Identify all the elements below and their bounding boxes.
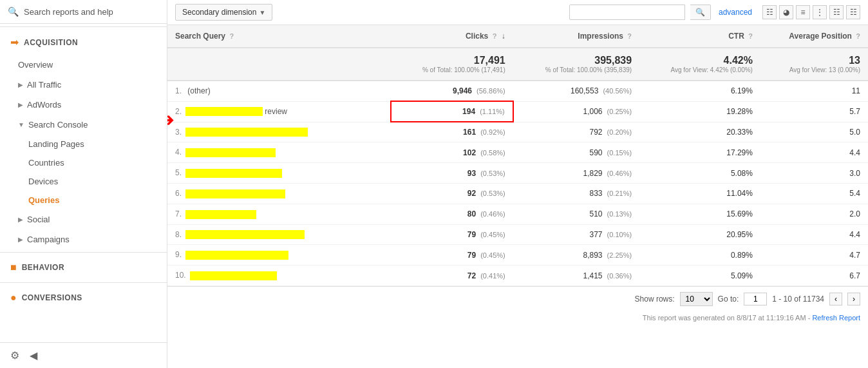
avg-position-cell: 4.4 — [760, 142, 868, 163]
search-input[interactable] — [569, 5, 685, 20]
search-icon: 🔍 — [8, 6, 19, 17]
next-page-button[interactable]: › — [847, 293, 860, 305]
impressions-cell: 590 (0.15%) — [513, 142, 639, 163]
sidebar-item-search-console[interactable]: ▼ Search Console — [0, 115, 167, 135]
query-cell: 5. — [167, 163, 391, 184]
impressions-value: 1,829 — [583, 169, 602, 178]
sidebar-section-acquisition[interactable]: ➡ ACQUISITION — [0, 30, 167, 55]
impressions-pct: (0.36%) — [605, 272, 632, 280]
impressions-value: 1,415 — [583, 271, 602, 280]
impressions-value: 8,893 — [583, 251, 602, 260]
search-submit-button[interactable]: 🔍 — [690, 5, 711, 20]
sidebar-section-conversions[interactable]: ● CONVERSIONS — [0, 286, 167, 310]
col-label-ctr: CTR — [728, 32, 744, 41]
query-cell: 6. — [167, 183, 391, 204]
clicks-cell: 92 (0.53%) — [391, 183, 513, 204]
sidebar-item-adwords[interactable]: ▶ AdWords — [0, 95, 167, 115]
col-header-clicks[interactable]: Clicks ? ↓ — [391, 25, 513, 48]
totals-avg-pos-sub: Avg for View: 13 (0.00%) — [768, 66, 860, 73]
totals-impressions: 395,839 % of Total: 100.00% (395,839) — [513, 48, 639, 81]
report-info: This report was generated on 8/8/17 at 1… — [167, 311, 868, 324]
sidebar-bottom: ⚙ ◀ — [0, 342, 167, 368]
ctr-cell: 17.29% — [639, 142, 760, 163]
clicks-value: 93 — [467, 169, 476, 178]
query-cell: 10. — [167, 266, 391, 286]
collapse-sidebar-icon[interactable]: ◀ — [30, 349, 37, 362]
goto-input[interactable] — [744, 293, 767, 305]
table-footer: Show rows: 10 25 50 100 Go to: 1 - 10 of… — [167, 286, 868, 311]
table-row: 7.80 (0.46%)510 (0.13%)15.69%2.0 — [167, 204, 868, 224]
avg-position-help-icon: ? — [856, 32, 860, 40]
countries-label: Countries — [28, 158, 64, 168]
sidebar-item-overview[interactable]: Overview — [0, 55, 167, 75]
avg-position-cell: 5.0 — [760, 122, 868, 142]
row-number: 6. — [175, 189, 182, 198]
col-header-impressions[interactable]: Impressions ? — [513, 25, 639, 48]
sidebar-section-behavior[interactable]: ■ BEHAVIOR — [0, 255, 167, 280]
impressions-value: 510 — [589, 209, 602, 218]
query-bar — [185, 169, 282, 178]
sidebar-item-social[interactable]: ▶ Social — [0, 209, 167, 229]
impressions-value: 377 — [589, 230, 602, 239]
page-range: 1 - 10 of 11734 — [772, 295, 824, 304]
prev-page-button[interactable]: ‹ — [829, 293, 842, 305]
search-query-help-icon: ? — [229, 32, 234, 40]
campaigns-label: Campaigns — [27, 235, 70, 244]
ctr-cell: 20.95% — [639, 224, 760, 245]
avg-position-value: 2.0 — [849, 209, 860, 218]
query-bar — [185, 128, 308, 137]
sidebar-item-devices[interactable]: Devices — [0, 172, 167, 191]
ctr-cell: 6.19% — [639, 81, 760, 101]
view-icon-pivot[interactable]: ☷ — [829, 5, 844, 19]
view-icon-grid[interactable]: ☷ — [762, 5, 777, 19]
impressions-value: 590 — [589, 148, 602, 157]
data-table-container: Search Query ? Clicks ? ↓ Impressions ? — [167, 25, 868, 368]
sidebar-search-area[interactable]: 🔍 Search reports and help — [0, 0, 167, 24]
totals-clicks: 17,491 % of Total: 100.00% (17,491) — [391, 48, 513, 81]
view-icon-compare[interactable]: ⋮ — [813, 5, 827, 19]
totals-row: 17,491 % of Total: 100.00% (17,491) 395,… — [167, 48, 868, 81]
totals-label — [167, 48, 391, 81]
impressions-pct: (0.21%) — [605, 189, 632, 197]
sidebar-item-campaigns[interactable]: ▶ Campaigns — [0, 229, 167, 249]
totals-ctr-sub: Avg for View: 4.42% (0.00%) — [647, 66, 753, 73]
table-row: 9.79 (0.45%)8,893 (2.25%)0.89%4.7 — [167, 245, 868, 266]
col-header-search-query[interactable]: Search Query ? — [167, 25, 391, 48]
show-rows-select[interactable]: 10 25 50 100 — [680, 292, 713, 306]
impressions-value: 833 — [589, 189, 602, 198]
table-row: 10.72 (0.41%)1,415 (0.36%)5.09%6.7 — [167, 266, 868, 286]
query-cell: 9. — [167, 245, 391, 266]
sidebar-item-countries[interactable]: Countries — [0, 153, 167, 172]
view-icon-list[interactable]: ≡ — [796, 5, 810, 19]
devices-label: Devices — [28, 177, 58, 186]
impressions-value: 160,553 — [571, 86, 598, 95]
avg-position-value: 5.7 — [849, 107, 860, 116]
col-label-clicks: Clicks — [466, 32, 488, 41]
clicks-pct: (0.45%) — [478, 251, 505, 259]
query-bar — [185, 107, 263, 116]
query-bar — [185, 148, 276, 157]
col-header-ctr[interactable]: CTR ? — [639, 25, 760, 48]
row-number: 7. — [175, 209, 182, 218]
advanced-link[interactable]: advanced — [719, 8, 752, 17]
secondary-dimension-button[interactable]: Secondary dimension ▼ — [175, 4, 272, 21]
avg-position-cell: 4.4 — [760, 224, 868, 245]
settings-icon[interactable]: ⚙ — [10, 349, 19, 362]
query-text: (other) — [185, 86, 211, 95]
acquisition-icon: ➡ — [10, 36, 19, 48]
impressions-cell: 8,893 (2.25%) — [513, 245, 639, 266]
view-icon-custom[interactable]: ☷ — [846, 5, 860, 19]
sidebar-item-queries[interactable]: Queries — [0, 191, 167, 209]
clicks-cell: 102 (0.58%) — [391, 142, 513, 163]
col-header-avg-position[interactable]: Average Position ? — [760, 25, 868, 48]
sidebar-item-all-traffic[interactable]: ▶ All Traffic — [0, 75, 167, 95]
goto-label: Go to: — [718, 295, 739, 304]
view-icon-pie[interactable]: ◕ — [779, 5, 793, 19]
clicks-value: 194 — [462, 107, 475, 116]
avg-position-value: 6.7 — [849, 271, 860, 280]
avg-position-value: 4.4 — [849, 148, 860, 157]
refresh-report-link[interactable]: Refresh Report — [812, 314, 860, 322]
row-number: 9. — [175, 250, 182, 259]
sidebar-item-landing-pages[interactable]: Landing Pages — [0, 135, 167, 153]
impressions-pct: (0.15%) — [605, 149, 632, 157]
